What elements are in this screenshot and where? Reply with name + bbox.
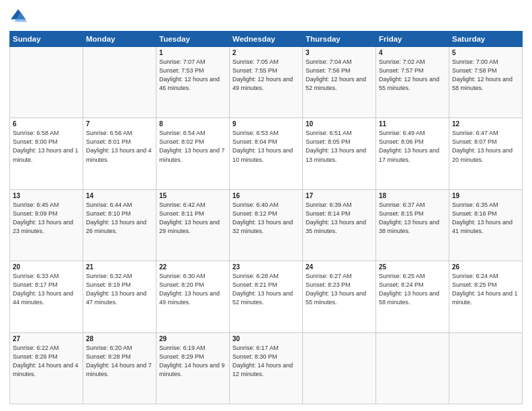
day-number: 7 [86,120,153,128]
day-number: 17 [306,192,373,199]
day-number: 5 [452,49,519,56]
day-number: 14 [86,192,153,199]
day-cell: 26Sunrise: 6:24 AM Sunset: 8:25 PM Dayli… [449,261,523,332]
day-info: Sunrise: 6:51 AM Sunset: 8:05 PM Dayligh… [306,129,373,164]
day-cell: 29Sunrise: 6:19 AM Sunset: 8:29 PM Dayli… [157,332,230,404]
day-cell: 8Sunrise: 6:54 AM Sunset: 8:02 PM Daylig… [157,118,230,189]
day-cell [10,47,83,118]
day-number: 1 [159,49,226,56]
day-cell: 3Sunrise: 7:04 AM Sunset: 7:56 PM Daylig… [303,47,376,118]
logo-icon [9,7,28,26]
header-row: SundayMondayTuesdayWednesdayThursdayFrid… [10,32,523,47]
day-info: Sunrise: 6:19 AM Sunset: 8:29 PM Dayligh… [159,344,226,379]
day-number: 23 [232,263,300,271]
day-number: 20 [13,263,80,271]
day-cell: 10Sunrise: 6:51 AM Sunset: 8:05 PM Dayli… [303,118,376,189]
day-info: Sunrise: 6:47 AM Sunset: 8:07 PM Dayligh… [452,129,519,164]
day-info: Sunrise: 6:22 AM Sunset: 8:26 PM Dayligh… [13,344,80,379]
day-number: 22 [159,263,226,271]
day-cell: 11Sunrise: 6:49 AM Sunset: 8:06 PM Dayli… [376,118,449,189]
day-info: Sunrise: 6:30 AM Sunset: 8:20 PM Dayligh… [159,272,226,307]
day-cell: 14Sunrise: 6:44 AM Sunset: 8:10 PM Dayli… [83,189,157,261]
day-info: Sunrise: 6:17 AM Sunset: 8:30 PM Dayligh… [232,344,300,379]
day-header-sunday: Sunday [10,32,83,47]
day-header-monday: Monday [83,32,157,47]
day-info: Sunrise: 6:58 AM Sunset: 8:00 PM Dayligh… [13,129,80,164]
day-info: Sunrise: 6:56 AM Sunset: 8:01 PM Dayligh… [86,129,153,164]
day-cell: 2Sunrise: 7:05 AM Sunset: 7:55 PM Daylig… [230,47,303,118]
day-number: 9 [232,120,300,128]
day-cell: 24Sunrise: 6:27 AM Sunset: 8:23 PM Dayli… [303,261,376,332]
week-row-4: 20Sunrise: 6:33 AM Sunset: 8:17 PM Dayli… [10,261,523,332]
day-number: 19 [452,192,519,199]
day-info: Sunrise: 7:00 AM Sunset: 7:58 PM Dayligh… [452,58,519,93]
day-header-saturday: Saturday [449,32,523,47]
day-number: 10 [306,120,373,128]
day-cell [449,332,523,404]
day-number: 27 [13,335,80,342]
day-info: Sunrise: 6:40 AM Sunset: 8:12 PM Dayligh… [232,201,300,236]
day-cell: 17Sunrise: 6:39 AM Sunset: 8:14 PM Dayli… [303,189,376,261]
day-header-friday: Friday [376,32,449,47]
day-info: Sunrise: 7:02 AM Sunset: 7:57 PM Dayligh… [379,58,446,93]
day-info: Sunrise: 7:04 AM Sunset: 7:56 PM Dayligh… [306,58,373,93]
main-container: SundayMondayTuesdayWednesdayThursdayFrid… [0,0,532,411]
day-info: Sunrise: 6:49 AM Sunset: 8:06 PM Dayligh… [379,129,446,164]
week-row-2: 6Sunrise: 6:58 AM Sunset: 8:00 PM Daylig… [10,118,523,189]
day-number: 16 [232,192,300,199]
day-cell: 19Sunrise: 6:35 AM Sunset: 8:16 PM Dayli… [449,189,523,261]
day-cell: 5Sunrise: 7:00 AM Sunset: 7:58 PM Daylig… [449,47,523,118]
day-cell: 20Sunrise: 6:33 AM Sunset: 8:17 PM Dayli… [10,261,83,332]
day-header-wednesday: Wednesday [230,32,303,47]
week-row-5: 27Sunrise: 6:22 AM Sunset: 8:26 PM Dayli… [10,332,523,404]
day-number: 26 [452,263,519,271]
day-cell: 27Sunrise: 6:22 AM Sunset: 8:26 PM Dayli… [10,332,83,404]
day-cell: 9Sunrise: 6:53 AM Sunset: 8:04 PM Daylig… [230,118,303,189]
day-cell: 6Sunrise: 6:58 AM Sunset: 8:00 PM Daylig… [10,118,83,189]
day-number: 4 [379,49,446,56]
day-number: 2 [232,49,300,56]
day-info: Sunrise: 6:20 AM Sunset: 8:28 PM Dayligh… [86,344,153,379]
day-cell: 21Sunrise: 6:32 AM Sunset: 8:19 PM Dayli… [83,261,157,332]
day-cell: 28Sunrise: 6:20 AM Sunset: 8:28 PM Dayli… [83,332,157,404]
day-cell [83,47,157,118]
day-number: 28 [86,335,153,342]
day-info: Sunrise: 6:27 AM Sunset: 8:23 PM Dayligh… [306,272,373,307]
day-info: Sunrise: 6:25 AM Sunset: 8:24 PM Dayligh… [379,272,446,307]
day-number: 11 [379,120,446,128]
day-cell: 23Sunrise: 6:28 AM Sunset: 8:21 PM Dayli… [230,261,303,332]
day-info: Sunrise: 6:39 AM Sunset: 8:14 PM Dayligh… [306,201,373,236]
day-info: Sunrise: 6:24 AM Sunset: 8:25 PM Dayligh… [452,272,519,307]
day-cell: 22Sunrise: 6:30 AM Sunset: 8:20 PM Dayli… [157,261,230,332]
day-number: 13 [13,192,80,199]
day-info: Sunrise: 7:07 AM Sunset: 7:53 PM Dayligh… [159,58,226,93]
day-number: 12 [452,120,519,128]
day-number: 8 [159,120,226,128]
day-info: Sunrise: 6:44 AM Sunset: 8:10 PM Dayligh… [86,201,153,236]
day-number: 30 [232,335,300,342]
day-info: Sunrise: 6:37 AM Sunset: 8:15 PM Dayligh… [379,201,446,236]
day-header-tuesday: Tuesday [157,32,230,47]
week-row-1: 1Sunrise: 7:07 AM Sunset: 7:53 PM Daylig… [10,47,523,118]
day-cell: 1Sunrise: 7:07 AM Sunset: 7:53 PM Daylig… [157,47,230,118]
day-info: Sunrise: 6:28 AM Sunset: 8:21 PM Dayligh… [232,272,300,307]
week-row-3: 13Sunrise: 6:45 AM Sunset: 8:09 PM Dayli… [10,189,523,261]
day-cell [303,332,376,404]
day-number: 29 [159,335,226,342]
day-info: Sunrise: 6:45 AM Sunset: 8:09 PM Dayligh… [13,201,80,236]
logo [9,7,31,26]
calendar-table: SundayMondayTuesdayWednesdayThursdayFrid… [9,31,523,404]
day-cell: 30Sunrise: 6:17 AM Sunset: 8:30 PM Dayli… [230,332,303,404]
day-header-thursday: Thursday [303,32,376,47]
day-cell: 7Sunrise: 6:56 AM Sunset: 8:01 PM Daylig… [83,118,157,189]
day-info: Sunrise: 6:54 AM Sunset: 8:02 PM Dayligh… [159,129,226,164]
day-number: 15 [159,192,226,199]
day-info: Sunrise: 6:53 AM Sunset: 8:04 PM Dayligh… [232,129,300,164]
day-cell: 12Sunrise: 6:47 AM Sunset: 8:07 PM Dayli… [449,118,523,189]
day-info: Sunrise: 6:32 AM Sunset: 8:19 PM Dayligh… [86,272,153,307]
day-cell: 25Sunrise: 6:25 AM Sunset: 8:24 PM Dayli… [376,261,449,332]
day-cell: 13Sunrise: 6:45 AM Sunset: 8:09 PM Dayli… [10,189,83,261]
day-number: 6 [13,120,80,128]
day-cell [376,332,449,404]
day-number: 25 [379,263,446,271]
